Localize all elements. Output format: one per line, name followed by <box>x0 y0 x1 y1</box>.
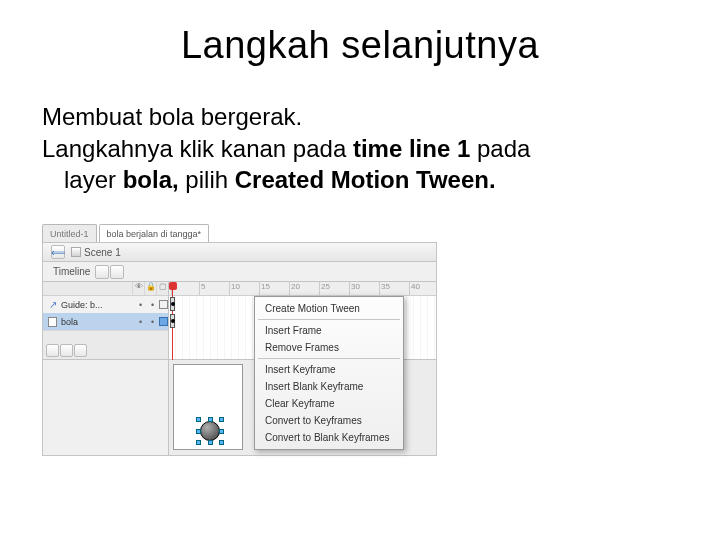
context-menu: Create Motion Tween Insert Frame Remove … <box>254 296 404 450</box>
menu-create-motion-tween[interactable]: Create Motion Tween <box>255 300 403 317</box>
body-line-3: layer bola, pilih Created Motion Tween. <box>42 164 680 196</box>
transform-handle[interactable] <box>219 440 224 445</box>
scene-label[interactable]: Scene 1 <box>71 247 121 258</box>
layer-header: 👁 🔒 ▢ <box>43 282 168 296</box>
new-folder-icon[interactable] <box>60 344 73 357</box>
transform-handle[interactable] <box>196 440 201 445</box>
layer-list: 👁 🔒 ▢ ↗ Guide: b... •• bola •• <box>43 282 169 359</box>
new-layer-icon[interactable] <box>46 344 59 357</box>
menu-insert-keyframe[interactable]: Insert Keyframe <box>255 361 403 378</box>
transform-handle[interactable] <box>208 417 213 422</box>
body-line-1: Membuat bola bergerak. <box>42 101 680 133</box>
keyframe-guide-1[interactable] <box>170 297 175 311</box>
menu-insert-blank-keyframe[interactable]: Insert Blank Keyframe <box>255 378 403 395</box>
transform-handle[interactable] <box>196 429 201 434</box>
frame-ruler: 1 5 10 15 20 25 30 35 40 <box>169 282 436 296</box>
timeline-label: Timeline <box>49 266 94 277</box>
menu-clear-keyframe[interactable]: Clear Keyframe <box>255 395 403 412</box>
timeline-tool-icon[interactable] <box>110 265 124 279</box>
menu-separator <box>258 319 400 320</box>
slide-title: Langkah selanjutnya <box>40 24 680 67</box>
transform-handle[interactable] <box>208 440 213 445</box>
slide-body: Membuat bola bergerak. Langkahnya klik k… <box>40 101 680 196</box>
eye-icon[interactable]: 👁 <box>132 282 144 295</box>
doc-tab-1[interactable]: Untitled-1 <box>42 224 97 242</box>
stage-canvas[interactable] <box>173 364 243 450</box>
transform-handle[interactable] <box>219 429 224 434</box>
back-icon[interactable]: ⟸ <box>51 245 65 259</box>
menu-separator <box>258 358 400 359</box>
scene-bar: ⟸ Scene 1 <box>42 242 437 262</box>
flash-screenshot: Untitled-1 bola berjalan di tangga* ⟸ Sc… <box>42 224 437 459</box>
menu-insert-frame[interactable]: Insert Frame <box>255 322 403 339</box>
doc-tab-2[interactable]: bola berjalan di tangga* <box>99 224 210 242</box>
timeline-toolbar: Timeline <box>42 262 437 282</box>
delete-layer-icon[interactable] <box>74 344 87 357</box>
document-tabs: Untitled-1 bola berjalan di tangga* <box>42 224 437 242</box>
ball-shape[interactable] <box>200 421 220 441</box>
transform-handle[interactable] <box>196 417 201 422</box>
menu-convert-to-blank-keyframes[interactable]: Convert to Blank Keyframes <box>255 429 403 446</box>
layer-row-bola[interactable]: bola •• <box>43 313 168 330</box>
scene-icon <box>71 247 81 257</box>
menu-remove-frames[interactable]: Remove Frames <box>255 339 403 356</box>
timeline-tool-icon[interactable] <box>95 265 109 279</box>
layer-row-guide[interactable]: ↗ Guide: b... •• <box>43 296 168 313</box>
guide-layer-icon: ↗ <box>47 299 58 310</box>
lock-icon[interactable]: 🔒 <box>144 282 156 295</box>
layer-icon <box>47 316 58 327</box>
body-line-2: Langkahnya klik kanan pada time line 1 p… <box>42 133 680 165</box>
outline-icon[interactable]: ▢ <box>156 282 168 295</box>
keyframe-bola-1[interactable] <box>170 314 175 328</box>
layer-footer <box>43 330 168 359</box>
transform-handle[interactable] <box>219 417 224 422</box>
menu-convert-to-keyframes[interactable]: Convert to Keyframes <box>255 412 403 429</box>
